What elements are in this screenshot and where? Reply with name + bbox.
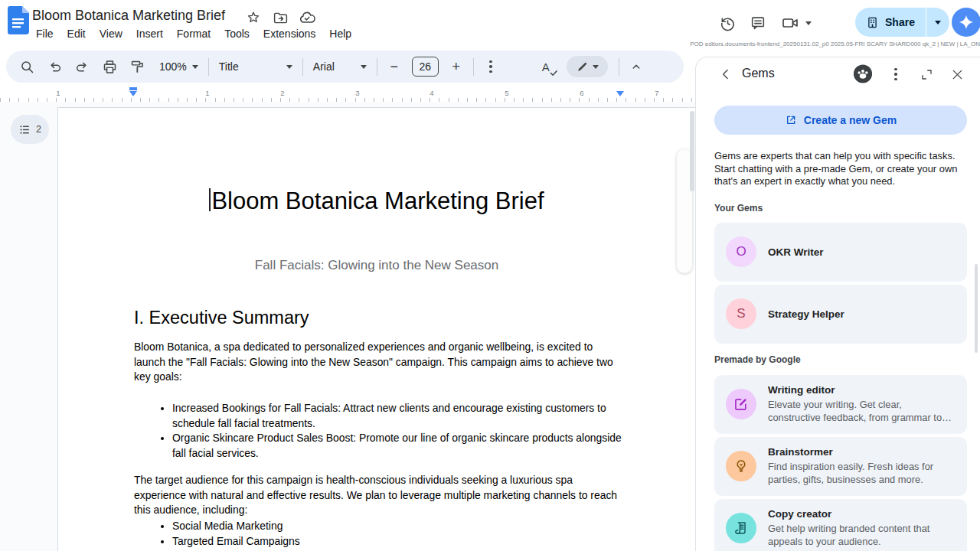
redo-icon[interactable] bbox=[70, 55, 93, 78]
cloud-saved-icon[interactable] bbox=[299, 9, 315, 26]
list-item[interactable]: Targeted Email Campaigns bbox=[172, 534, 624, 549]
toolbar-divider bbox=[473, 58, 474, 76]
zoom-select[interactable]: 100% bbox=[155, 60, 203, 73]
spellcheck-letter: A bbox=[542, 60, 550, 73]
menu-insert[interactable]: Insert bbox=[129, 26, 170, 41]
google-docs-window: Bloom Botanica Marketing Brief File Edit… bbox=[0, 0, 980, 551]
doc-title-text[interactable]: Bloom Botanica Marketing Brief bbox=[58, 187, 695, 215]
google-docs-logo[interactable] bbox=[8, 6, 29, 34]
doc-paragraph-2[interactable]: The target audience for this campaign is… bbox=[134, 473, 624, 518]
font-size-input[interactable]: 26 bbox=[412, 57, 439, 77]
gems-panel: Gems bbox=[695, 57, 980, 551]
menu-edit[interactable]: Edit bbox=[60, 26, 93, 41]
left-indent-marker[interactable] bbox=[129, 87, 137, 96]
gem-card-copy-creator[interactable]: Copy creator Get help writing branded co… bbox=[714, 499, 967, 551]
toolbar-divider bbox=[302, 58, 303, 76]
list-item[interactable]: Organic Skincare Product Sales Boost: Pr… bbox=[172, 431, 624, 461]
gem-description: Elevate your writing. Get clear, constru… bbox=[768, 398, 956, 424]
gem-card-writing-editor[interactable]: Writing editor Elevate your writing. Get… bbox=[714, 375, 967, 434]
build-debug-text: POD editors.documents-frontend_20250131.… bbox=[684, 41, 980, 48]
move-folder-icon[interactable] bbox=[272, 9, 289, 26]
chevron-down-icon bbox=[805, 21, 812, 25]
print-icon[interactable] bbox=[98, 55, 121, 78]
paragraph-style-select[interactable]: Title bbox=[214, 60, 297, 73]
document-scrollbar[interactable] bbox=[690, 111, 694, 191]
expand-panel-icon[interactable] bbox=[916, 64, 936, 84]
font-family-select[interactable]: Arial bbox=[309, 60, 371, 73]
panel-title: Gems bbox=[742, 67, 775, 80]
list-item[interactable]: Social Media Marketing bbox=[172, 519, 624, 534]
spellcheck-icon[interactable]: A bbox=[534, 55, 557, 78]
search-icon[interactable] bbox=[15, 55, 38, 78]
doc-bullet-list-1[interactable]: Increased Bookings for Fall Facials: Att… bbox=[134, 401, 624, 461]
document-title[interactable]: Bloom Botanica Marketing Brief bbox=[32, 8, 225, 24]
panel-scrollbar[interactable] bbox=[975, 264, 978, 353]
doc-subtitle-text[interactable]: Fall Facials: Glowing into the New Seaso… bbox=[58, 258, 695, 273]
chevron-down-icon bbox=[192, 65, 198, 69]
comments-icon[interactable] bbox=[743, 11, 773, 35]
version-history-icon[interactable] bbox=[712, 11, 743, 35]
doc-heading1[interactable]: I. Executive Summary bbox=[134, 308, 309, 328]
close-icon[interactable] bbox=[947, 64, 967, 84]
outline-list-icon bbox=[18, 123, 31, 136]
gem-card-strategy-helper[interactable]: S Strategy Helper bbox=[714, 285, 967, 344]
lightbulb-icon bbox=[726, 451, 756, 481]
gem-card-okr-writer[interactable]: O OKR Writer bbox=[714, 223, 967, 282]
document-page[interactable]: Bloom Botanica Marketing Brief Fall Faci… bbox=[57, 107, 695, 551]
menu-view[interactable]: View bbox=[93, 26, 129, 41]
chevron-down-icon bbox=[935, 21, 941, 24]
increase-font-size-button[interactable]: + bbox=[445, 55, 468, 78]
ruler-number: 5 bbox=[505, 89, 508, 97]
menu-format[interactable]: Format bbox=[170, 26, 217, 41]
gem-avatar: S bbox=[726, 298, 756, 329]
share-label: Share bbox=[885, 16, 915, 28]
back-icon[interactable] bbox=[716, 64, 736, 84]
tab-count: 2 bbox=[36, 124, 41, 135]
toolbar-divider bbox=[619, 58, 619, 76]
hide-menus-icon[interactable] bbox=[625, 55, 648, 78]
ruler-number: 2 bbox=[280, 89, 284, 97]
labs-paw-icon[interactable] bbox=[853, 64, 873, 83]
editing-mode-button[interactable] bbox=[567, 56, 608, 77]
scroll-icon bbox=[726, 513, 756, 543]
gem-description: Find inspiration easily. Fresh ideas for… bbox=[768, 460, 956, 486]
paint-format-icon[interactable] bbox=[126, 55, 149, 78]
gem-name: OKR Writer bbox=[768, 223, 824, 282]
menu-help[interactable]: Help bbox=[322, 26, 358, 41]
join-call-button[interactable] bbox=[775, 11, 812, 35]
doc-bullet-list-2[interactable]: Social Media Marketing Targeted Email Ca… bbox=[134, 519, 624, 551]
ruler-number: 7 bbox=[655, 89, 658, 97]
gem-description: Get help writing branded content that ap… bbox=[768, 522, 956, 548]
premade-by-google-label: Premade by Google bbox=[714, 354, 801, 365]
create-new-gem-button[interactable]: Create a new Gem bbox=[714, 106, 967, 135]
panel-more-options-icon[interactable] bbox=[886, 64, 906, 84]
share-dropdown-button[interactable] bbox=[926, 8, 949, 37]
gems-description: Gems are experts that can help you with … bbox=[714, 150, 961, 188]
document-tabs-toggle[interactable]: 2 bbox=[11, 115, 49, 144]
gem-name: Copy creator bbox=[768, 508, 831, 520]
gem-card-brainstormer[interactable]: Brainstormer Find inspiration easily. Fr… bbox=[714, 437, 967, 496]
toolbar-divider bbox=[208, 58, 209, 76]
right-indent-marker[interactable] bbox=[616, 91, 624, 96]
more-options-icon[interactable] bbox=[479, 55, 502, 78]
gem-avatar: O bbox=[726, 236, 756, 267]
share-button[interactable]: Share bbox=[855, 8, 949, 37]
menu-extensions[interactable]: Extensions bbox=[256, 26, 322, 41]
list-item[interactable]: Increased Bookings for Fall Facials: Att… bbox=[172, 401, 624, 431]
menu-tools[interactable]: Tools bbox=[217, 26, 256, 41]
ruler[interactable]: 1 1 2 3 4 5 6 7 bbox=[0, 87, 695, 102]
doc-paragraph-1[interactable]: Bloom Botanica, a spa dedicated to perso… bbox=[134, 340, 624, 385]
gemini-button[interactable] bbox=[952, 8, 980, 37]
ruler-number: 1 bbox=[205, 89, 209, 97]
building-icon bbox=[866, 16, 879, 29]
decrease-font-size-button[interactable]: − bbox=[383, 55, 406, 78]
pen-icon bbox=[576, 60, 589, 73]
star-icon[interactable] bbox=[245, 9, 262, 26]
menu-file[interactable]: File bbox=[29, 26, 60, 41]
your-gems-label: Your Gems bbox=[714, 203, 763, 214]
toolbar: 100% Title Arial − 26 + A bbox=[6, 51, 684, 83]
undo-icon[interactable] bbox=[43, 55, 66, 78]
zoom-value: 100% bbox=[159, 60, 187, 73]
chevron-down-icon bbox=[361, 65, 367, 69]
chevron-down-icon bbox=[286, 65, 292, 69]
